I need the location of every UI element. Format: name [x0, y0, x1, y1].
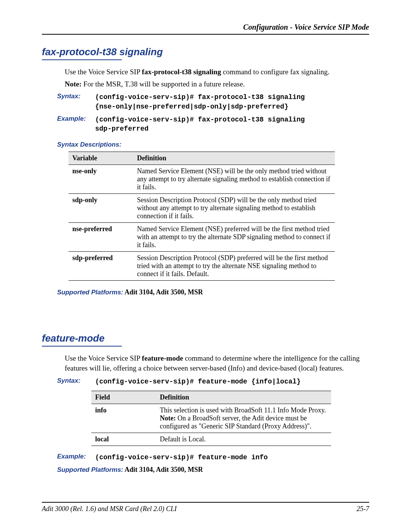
example-command: (config-voice-serv-sip)# fax-protocol-t3… — [95, 115, 305, 134]
table-cell-variable: nse-only — [68, 165, 133, 194]
table-cell-definition: Default is Local. — [156, 433, 331, 446]
table-cell-variable: nse-preferred — [68, 223, 133, 252]
section-fax-protocol: fax-protocol-t38 signaling Use the Voice… — [42, 46, 369, 296]
example-row: Example: (config-voice-serv-sip)# featur… — [57, 453, 369, 462]
title-underline — [42, 346, 122, 347]
footer-rule — [42, 502, 369, 503]
example-label: Example: — [57, 453, 95, 460]
table-cell-definition: Session Description Protocol (SDP) prefe… — [133, 252, 335, 281]
example-command: (config-voice-serv-sip)# feature-mode in… — [95, 453, 268, 462]
table-header-variable: Variable — [68, 152, 133, 165]
page-footer: Adit 3000 (Rel. 1.6) and MSR Card (Rel 2… — [42, 502, 369, 513]
table-row: nse-preferred Named Service Element (NSE… — [68, 223, 335, 252]
title-underline — [42, 59, 122, 60]
section-body: Use the Voice Service SIP feature-mode c… — [65, 353, 369, 373]
note-text: For the MSR, T.38 will be supported in a… — [81, 80, 245, 88]
section-body: Use the Voice Service SIP fax-protocol-t… — [65, 67, 369, 89]
syntax-row: Syntax: (config-voice-serv-sip)# feature… — [57, 377, 369, 386]
table-cell-field: local — [91, 433, 156, 446]
section-title: feature-mode — [42, 332, 369, 344]
intro-command-name: feature-mode — [142, 354, 183, 362]
table-row: sdp-only Session Description Protocol (S… — [68, 194, 335, 223]
table-cell-definition: Named Service Element (NSE) preferred wi… — [133, 223, 335, 252]
syntax-row: Syntax: (config-voice-serv-sip)# fax-pro… — [57, 93, 369, 111]
supported-platforms-label: Supported Platforms: — [57, 289, 123, 296]
syntax-command: (config-voice-serv-sip)# fax-protocol-t3… — [95, 93, 305, 111]
example-label: Example: — [57, 115, 95, 123]
syntax-label: Syntax: — [57, 377, 95, 385]
table-cell-variable: sdp-only — [68, 194, 133, 223]
supported-platforms: Supported Platforms: Adit 3104, Adit 350… — [57, 288, 369, 296]
table-cell-variable: sdp-preferred — [68, 252, 133, 281]
definition-prefix: This selection is used with BroadSoft 11… — [160, 406, 326, 414]
note-label: Note: — [65, 80, 81, 88]
note-paragraph: Note: For the MSR, T.38 will be supporte… — [65, 79, 369, 89]
syntax-descriptions-label: Syntax Descriptions: — [57, 141, 369, 149]
running-head: Configuration - Voice Service SIP Mode — [42, 23, 369, 32]
definition-note-label: Note: — [160, 414, 176, 422]
table-header-definition: Definition — [133, 152, 335, 165]
syntax-label: Syntax: — [57, 93, 95, 100]
supported-platforms: Supported Platforms: Adit 3104, Adit 350… — [57, 466, 369, 474]
table-header-field: Field — [91, 391, 156, 404]
table-header-definition: Definition — [156, 391, 331, 404]
footer-page-number: 25-7 — [357, 505, 369, 513]
intro-prefix: Use the Voice Service SIP — [65, 68, 142, 76]
intro-prefix: Use the Voice Service SIP — [65, 354, 142, 362]
supported-platforms-value: Adit 3104, Adit 3500, MSR — [123, 288, 203, 296]
header-rule — [42, 34, 369, 35]
intro-paragraph: Use the Voice Service SIP feature-mode c… — [65, 353, 369, 373]
table-row: local Default is Local. — [91, 433, 331, 446]
intro-suffix: command to configure fax signaling. — [221, 68, 330, 76]
syntax-descriptions-table: Variable Definition nse-only Named Servi… — [68, 152, 335, 281]
page: Configuration - Voice Service SIP Mode f… — [0, 0, 411, 532]
table-row: info This selection is used with BroadSo… — [91, 404, 331, 433]
section-feature-mode: feature-mode Use the Voice Service SIP f… — [42, 332, 369, 474]
intro-paragraph: Use the Voice Service SIP fax-protocol-t… — [65, 67, 369, 77]
intro-command-name: fax-protocol-t38 signaling — [142, 68, 221, 76]
table-cell-field: info — [91, 404, 156, 433]
definition-suffix: On a BroadSoft server, the Adit device m… — [160, 414, 311, 430]
supported-platforms-label: Supported Platforms: — [57, 466, 123, 473]
table-row: sdp-preferred Session Description Protoc… — [68, 252, 335, 281]
example-row: Example: (config-voice-serv-sip)# fax-pr… — [57, 115, 369, 134]
table-cell-definition: This selection is used with BroadSoft 11… — [156, 404, 331, 433]
feature-mode-table: Field Definition info This selection is … — [91, 391, 331, 446]
footer-left: Adit 3000 (Rel. 1.6) and MSR Card (Rel 2… — [42, 505, 177, 513]
table-cell-definition: Named Service Element (NSE) will be the … — [133, 165, 335, 194]
table-cell-definition: Session Description Protocol (SDP) will … — [133, 194, 335, 223]
section-title: fax-protocol-t38 signaling — [42, 46, 369, 58]
table-row: nse-only Named Service Element (NSE) wil… — [68, 165, 335, 194]
supported-platforms-value: Adit 3104, Adit 3500, MSR — [123, 466, 203, 473]
definition-prefix: Default is Local. — [160, 435, 206, 443]
syntax-command: (config-voice-serv-sip)# feature-mode {i… — [95, 377, 301, 386]
